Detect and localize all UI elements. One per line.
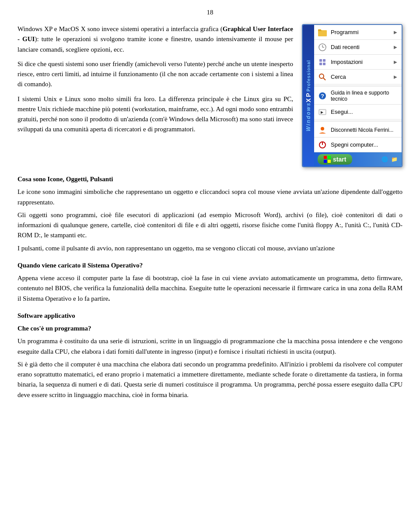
menu-item-esegui[interactable]: ▶ Esegui... xyxy=(314,105,402,120)
dati-label: Dati recenti xyxy=(331,44,360,50)
menu-item-guida[interactable]: ? Guida in linea e supporto tecnico xyxy=(314,88,402,105)
disconnetti-label: Disconnetti Nicola Ferrini... xyxy=(331,127,393,133)
software-title: Software applicativo xyxy=(18,311,402,321)
impostazioni-label: Impostazioni xyxy=(331,59,363,65)
menu-item-impostazioni[interactable]: Impostazioni ▶ xyxy=(314,55,402,70)
svg-line-11 xyxy=(323,78,326,80)
xp-label: XP xyxy=(305,91,312,102)
taskbar-footer: start 🌐 📁 xyxy=(314,152,402,166)
menu-item-dati[interactable]: Dati recenti ▶ xyxy=(314,40,402,55)
svg-text:▶: ▶ xyxy=(321,110,324,114)
software-subtitle: Che cos'è un programma? xyxy=(18,324,402,334)
start-label: start xyxy=(333,156,346,163)
menu-separator-2 xyxy=(314,121,402,121)
gui-bold: Graphical User Interface - GUI xyxy=(18,25,293,42)
icone-para2: Gli oggetti sono programmi, cioè file es… xyxy=(18,210,402,241)
guida-icon: ? xyxy=(318,91,327,101)
icone-section: Cosa sono Icone, Oggetti, Pulsanti Le ic… xyxy=(18,174,402,253)
svg-text:?: ? xyxy=(321,93,324,99)
icone-para3: I pulsanti, come il pulsante di avvio, n… xyxy=(18,243,402,253)
programmi-arrow: ▶ xyxy=(394,30,397,35)
svg-rect-8 xyxy=(319,63,322,65)
xp-vertical-label: Windows XP Professional xyxy=(303,25,314,166)
sistema-section: Quando viene caricato il Sistema Operati… xyxy=(18,260,402,304)
sistema-title: Quando viene caricato il Sistema Operati… xyxy=(18,260,402,271)
dati-icon xyxy=(318,42,327,52)
intro-para2: Si dice che questi sistemi sono user fri… xyxy=(18,59,293,90)
spegni-label: Spegni computer... xyxy=(331,141,378,148)
professional-label: Professional xyxy=(306,60,311,91)
ie-icon: 🌐 xyxy=(381,155,388,163)
taskbar-icons: 🌐 📁 xyxy=(381,155,398,163)
page-number: 18 xyxy=(18,9,402,16)
guida-label: Guida in linea e supporto tecnico xyxy=(331,90,397,102)
svg-rect-22 xyxy=(324,160,327,163)
spegni-icon xyxy=(318,140,327,150)
svg-rect-21 xyxy=(328,156,331,159)
impostazioni-icon xyxy=(318,57,327,67)
svg-point-17 xyxy=(321,127,324,130)
icone-para1: Le icone sono immagini simboliche che ra… xyxy=(18,187,402,207)
software-para2: Si è già detto che il computer è una mac… xyxy=(18,359,402,400)
intro-para3: I sistemi Unix e Linux sono molto simili… xyxy=(18,94,293,135)
programmi-label: Programmi xyxy=(331,29,359,35)
disconnetti-icon xyxy=(318,125,327,135)
software-para1: Un programma è costituito da una serie d… xyxy=(18,336,402,357)
start-button[interactable]: start xyxy=(318,154,352,165)
windows-flag-icon xyxy=(324,156,331,163)
intro-para1: Windows XP e MacOS X sono invece sistemi… xyxy=(18,24,293,55)
software-section: Software applicativo Che cos'è un progra… xyxy=(18,311,402,400)
folder-icon: 📁 xyxy=(390,155,398,163)
sistema-para1: Appena viene acceso il computer parte la… xyxy=(18,273,402,304)
menu-item-disconnetti[interactable]: Disconnetti Nicola Ferrini... xyxy=(314,123,402,137)
cerca-label: Cerca xyxy=(331,74,346,80)
windows-xp-menu: Windows XP Professional Programmi ▶ xyxy=(302,24,402,167)
svg-rect-0 xyxy=(318,30,327,36)
svg-rect-23 xyxy=(328,160,331,163)
svg-rect-2 xyxy=(318,29,321,31)
menu-item-cerca[interactable]: Cerca ▶ xyxy=(314,70,402,84)
esegui-icon: ▶ xyxy=(318,107,327,117)
menu-separator-1 xyxy=(314,86,402,86)
svg-point-10 xyxy=(319,74,324,78)
cerca-arrow: ▶ xyxy=(394,74,397,79)
svg-rect-9 xyxy=(323,63,326,65)
programmi-icon xyxy=(318,28,327,37)
impostazioni-arrow: ▶ xyxy=(394,60,397,64)
icone-title: Cosa sono Icone, Oggetti, Pulsanti xyxy=(18,174,402,184)
menu-items-area: Programmi ▶ Dati recenti ▶ xyxy=(314,25,402,166)
svg-rect-6 xyxy=(319,59,322,62)
windows-label: Windows xyxy=(305,102,312,132)
menu-item-programmi[interactable]: Programmi ▶ xyxy=(314,25,402,40)
cerca-icon xyxy=(318,72,327,82)
svg-rect-7 xyxy=(323,59,326,62)
menu-sidebar: Windows XP Professional Programmi ▶ xyxy=(303,25,402,166)
svg-rect-20 xyxy=(324,156,327,159)
esegui-label: Esegui... xyxy=(331,109,353,115)
intro-text-column: Windows XP e MacOS X sono invece sistemi… xyxy=(18,24,293,167)
dati-arrow: ▶ xyxy=(394,45,397,49)
menu-item-spegni[interactable]: Spegni computer... xyxy=(314,137,402,152)
